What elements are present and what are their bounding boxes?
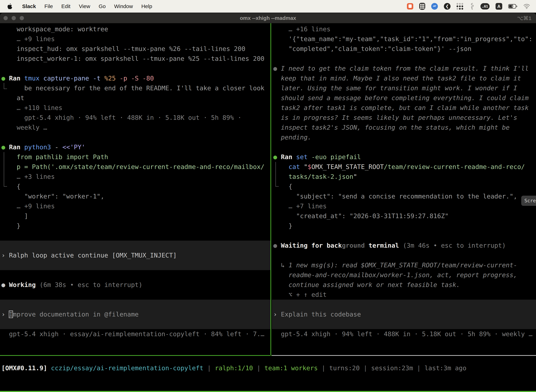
output-rail	[4, 152, 7, 187]
terminal-line: cat "$OMX_TEAM_STATE_ROOT/team/review-cu…	[272, 162, 536, 172]
terminal-line: gpt-5.4 xhigh · 94% left · 488K in · 5.1…	[272, 329, 536, 339]
squiggle-utility-icon[interactable]	[469, 2, 474, 10]
terminal-line: [OMX#0.11.9] cczip/essay/ai-reimplementa…	[0, 363, 536, 373]
terminal-line: ● Working (6m 38s • esc to interrupt)	[0, 280, 270, 290]
terminal-line: gpt-5.4 xhigh · essay/ai-reimplementatio…	[0, 329, 270, 339]
terminal-line: }	[0, 221, 270, 231]
terminal-line: should send a message before completing …	[272, 93, 536, 103]
terminal-line: inspect_hud: omx sparkshell --tmux-pane …	[0, 44, 270, 54]
terminal-line: … +9 lines	[0, 201, 270, 211]
terminal-line: readme-and-reco/mailbox/worker-1.json, a…	[272, 270, 536, 280]
terminal-line: ● Ran python3 - <<'PY'	[0, 142, 270, 152]
terminal-line: … +16 lines	[272, 24, 536, 34]
terminal-line	[0, 64, 270, 73]
menu-item-window[interactable]: Window	[110, 3, 137, 9]
terminal-line: {	[0, 182, 270, 191]
terminal-line: from pathlib import Path	[0, 152, 270, 162]
pane-vertical-border[interactable]	[270, 23, 271, 355]
omx-status-line: [OMX#0.11.9] cczip/essay/ai-reimplementa…	[0, 363, 536, 373]
terminal-line: keep that in mind. Maybe I also need the…	[272, 73, 536, 83]
terminal-line: at	[0, 93, 270, 103]
tmux-pane-right[interactable]: … +16 lines '{"team_name":"my-team","tas…	[272, 24, 536, 339]
terminal-line: '{"team_name":"my-team","task_id":"1","f…	[272, 34, 536, 44]
terminal-line	[272, 319, 536, 329]
terminal-line: … +7 lines	[272, 201, 536, 211]
output-rail	[275, 162, 279, 187]
terminal-line: {	[272, 182, 536, 191]
terminal-line	[0, 290, 270, 300]
terminal-line: gpt-5.4 xhigh · 94% left · 488K in · 5.1…	[0, 113, 270, 123]
menu-item-edit[interactable]: Edit	[57, 3, 75, 9]
input-source-icon[interactable]: A	[496, 2, 502, 10]
arc-browser-icon[interactable]: ❮	[444, 2, 450, 10]
wifi-icon[interactable]	[523, 2, 530, 10]
menu-bar-left: Slack File Edit View Go Window Help	[0, 2, 156, 10]
text-cursor: I	[9, 311, 13, 318]
terminal-window: omx --xhigh --madmax ⌥⌘1 workspace_mode:…	[0, 13, 536, 392]
terminal-line: is in progress? It seems likely but perh…	[272, 113, 536, 123]
network-speed-icon[interactable]	[431, 2, 438, 10]
screen: { "menu_bar": { "app_name": "Slack", "it…	[0, 0, 536, 392]
terminal-line: be necessary for the end of the README. …	[0, 83, 270, 93]
terminal-line	[272, 231, 536, 241]
terminal-line: ● I need to get the claim token from the…	[272, 64, 536, 73]
terminal-line: inspect_worker-1: omx sparkshell --tmux-…	[0, 54, 270, 64]
window-shortcut-hint: ⌥⌘1	[517, 15, 536, 21]
menu-item-help[interactable]: Help	[137, 3, 157, 9]
terminal-line: › Improve documentation in @filename	[0, 309, 270, 319]
password-manager-icon[interactable]	[419, 2, 425, 10]
terminal-line: tasks/task-2.json"	[272, 172, 536, 182]
terminal-line: ● Ran tmux capture-pane -t %25 -p -S -80	[0, 73, 270, 83]
battery-icon[interactable]	[508, 2, 517, 10]
terminal-line: … +110 lines	[0, 103, 270, 113]
output-rail	[4, 83, 7, 89]
apple-logo-icon	[7, 3, 13, 9]
menu-item-go[interactable]: Go	[94, 3, 110, 9]
terminal-line: pending.	[272, 132, 536, 142]
menu-item-view[interactable]: View	[75, 3, 94, 9]
menu-item-file[interactable]: File	[40, 3, 57, 9]
terminal-line: … +9 lines	[0, 34, 270, 44]
terminal-line: ⌥ + ↑ edit	[272, 290, 536, 300]
terminal-line	[0, 300, 270, 309]
terminal-line	[0, 231, 270, 241]
menu-bar-status-icons: ❮ ..61 A	[407, 2, 536, 10]
terminal-line: … +3 lines	[0, 172, 270, 182]
terminal-line: p = Path('.omx/state/team/review-current…	[0, 162, 270, 172]
terminal-line: inspect task2's JSON, focusing on the st…	[272, 123, 536, 132]
pane-bottom-border-active	[0, 355, 270, 356]
terminal-line	[0, 132, 270, 142]
menu-item-app-name[interactable]: Slack	[18, 3, 40, 9]
terminal-line: workspace_mode: worktree	[0, 24, 270, 34]
terminal-line: "created_at": "2026-03-31T11:59:27.816Z"	[272, 211, 536, 221]
terminal-line: ● Ran set -euo pipefail	[272, 152, 536, 162]
pane-bottom-border-inactive	[272, 355, 536, 356]
window-title-bar[interactable]: omx --xhigh --madmax ⌥⌘1	[0, 13, 536, 23]
terminal-line: › Ralph loop active continue [OMX_TMUX_I…	[0, 250, 270, 260]
dots-grid-icon[interactable]	[456, 2, 463, 10]
window-title: omx --xhigh --madmax	[0, 15, 536, 21]
terminal-line: "completed","claim_token":"claim-token"}…	[272, 44, 536, 54]
terminal-line	[272, 142, 536, 152]
terminal-line	[272, 250, 536, 260]
screen-recording-icon[interactable]	[407, 2, 413, 10]
terminal-line: "worker": "worker-1",	[0, 191, 270, 201]
terminal-line: later. Using the same for transition mig…	[272, 83, 536, 93]
terminal-line	[0, 260, 270, 270]
terminal-line: ↳ 1 new msg(s): read $OMX_TEAM_STATE_ROO…	[272, 260, 536, 270]
terminal-line: }	[272, 221, 536, 231]
terminal-line: "subject": "send a concise recommendatio…	[272, 191, 536, 201]
terminal-content: workspace_mode: worktree … +9 lines insp…	[0, 23, 536, 392]
apple-menu-icon[interactable]	[6, 2, 13, 10]
terminal-line	[0, 241, 270, 250]
terminal-line	[0, 270, 270, 280]
battery-percent-badge[interactable]: ..61	[480, 2, 490, 10]
tmux-status-bar[interactable]: [omx-cczip0:bash* "MacBook-Pro-44.local"…	[0, 391, 536, 392]
terminal-line: weekly …	[0, 123, 270, 132]
terminal-line: task2 after task1 is complete, but can I…	[272, 103, 536, 113]
terminal-line: continue assigned work or next feasible …	[272, 280, 536, 290]
macos-menu-bar: Slack File Edit View Go Window Help ❮	[0, 0, 536, 13]
terminal-line: › Explain this codebase	[272, 309, 536, 319]
tmux-pane-left[interactable]: workspace_mode: worktree … +9 lines insp…	[0, 24, 270, 339]
screen-overlay-tooltip: Scre	[521, 196, 536, 206]
